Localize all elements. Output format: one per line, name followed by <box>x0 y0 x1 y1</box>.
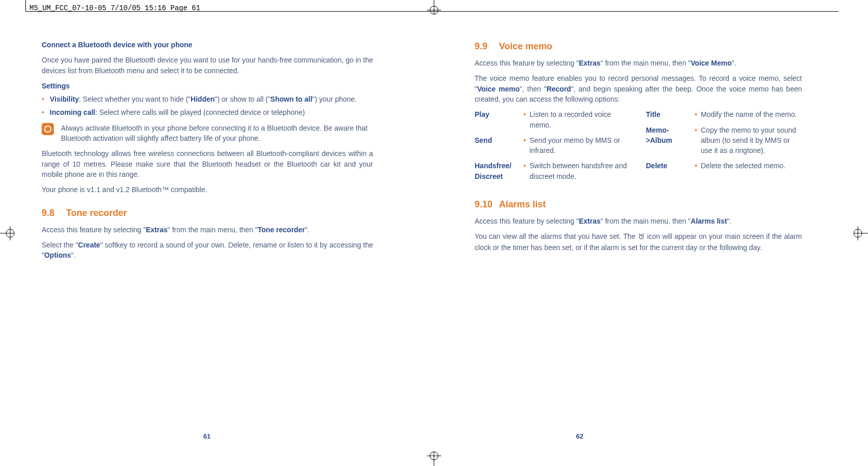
bullet-icon: • <box>523 109 530 130</box>
options-table: Play•Listen to a recorded voice memo.Sen… <box>475 109 802 187</box>
section-title: Alarms list <box>499 198 546 211</box>
option-row: Memo->Album•Copy the memo to your sound … <box>646 125 802 156</box>
bullet-icon: • <box>523 135 530 156</box>
option-row: Handsfree/ Discreet•Switch between hands… <box>475 161 631 181</box>
option-desc: •Listen to a recorded voice memo. <box>523 109 631 130</box>
bullet-icon: • <box>523 161 530 181</box>
heading-connect: Connect a Bluetooth device with your pho… <box>42 40 373 50</box>
option-label: Title <box>646 109 695 119</box>
page-61: Connect a Bluetooth device with your pho… <box>0 40 434 266</box>
para-connect: Once you have paired the Bluetooth devic… <box>42 55 373 76</box>
bullet-icon: • <box>42 107 50 117</box>
bullet-icon: • <box>695 125 701 156</box>
option-row: Play•Listen to a recorded voice memo. <box>475 109 631 130</box>
section-title: Tone recorder <box>66 206 127 220</box>
para-vm-intro: The voice memo feature enables you to re… <box>475 73 802 104</box>
section-9-8: 9.8 Tone recorder <box>42 206 373 220</box>
tip-bluetooth: Always activate Bluetooth in your phone … <box>42 123 373 144</box>
para-bt-version: Your phone is v1.1 and v1.2 Bluetooth™ c… <box>42 184 373 195</box>
option-label: Play <box>475 109 523 130</box>
bullet-icon: • <box>695 109 701 119</box>
page-number-right: 62 <box>576 432 583 442</box>
option-desc: •Send your memo by MMS or infrared. <box>523 135 631 156</box>
svg-line-16 <box>643 233 644 234</box>
para-tr-select: Select the "Create" softkey to record a … <box>42 240 373 261</box>
alarm-clock-icon <box>638 232 645 242</box>
para-tr-access: Access this feature by selecting "Extras… <box>42 225 373 235</box>
section-title: Voice memo <box>499 40 552 53</box>
crop-mark-top <box>424 0 444 20</box>
option-row: Delete•Delete the selected memo. <box>646 161 802 171</box>
option-label: Handsfree/ Discreet <box>475 161 523 181</box>
option-desc: •Switch between handsfree and discreet m… <box>523 161 631 181</box>
section-number: 9.9 <box>475 40 499 53</box>
option-label: Delete <box>646 161 695 171</box>
para-vm-access: Access this feature by selecting "Extras… <box>475 58 802 68</box>
option-desc: •Copy the memo to your sound album (to s… <box>695 125 802 156</box>
heading-settings: Settings <box>42 81 373 91</box>
section-9-9: 9.9 Voice memo <box>475 40 802 53</box>
option-label: Memo->Album <box>646 125 695 156</box>
option-desc: •Modify the name of the memo. <box>695 109 802 119</box>
bullet-incoming-call: • Incoming call: Select where calls will… <box>42 107 373 117</box>
para-bt-range: Bluetooth technology allows free wireles… <box>42 148 373 179</box>
section-number: 9.10 <box>475 198 499 211</box>
option-desc: •Delete the selected memo. <box>695 161 802 171</box>
page-62: 9.9 Voice memo Access this feature by se… <box>434 40 868 266</box>
bullet-visibility: • Visibility: Select whether you want to… <box>42 94 373 104</box>
page-number-left: 61 <box>203 432 210 442</box>
option-label: Send <box>475 135 523 156</box>
tip-text: Always activate Bluetooth in your phone … <box>61 123 373 144</box>
bullet-icon: • <box>42 94 50 104</box>
para-al-body: You can view all the alarms that you hav… <box>475 231 802 253</box>
crop-mark-bottom <box>424 446 444 466</box>
bullet-text: Visibility: Select whether you want to h… <box>50 94 357 104</box>
option-row: Title•Modify the name of the memo. <box>646 109 802 119</box>
tip-icon <box>42 123 54 135</box>
para-al-access: Access this feature by selecting "Extras… <box>475 216 802 226</box>
section-9-10: 9.10 Alarms list <box>475 198 802 211</box>
svg-line-15 <box>639 233 640 234</box>
bullet-icon: • <box>695 161 701 171</box>
bullet-text: Incoming call: Select where calls will b… <box>50 107 305 117</box>
option-row: Send•Send your memo by MMS or infrared. <box>475 135 631 156</box>
section-number: 9.8 <box>42 206 66 220</box>
